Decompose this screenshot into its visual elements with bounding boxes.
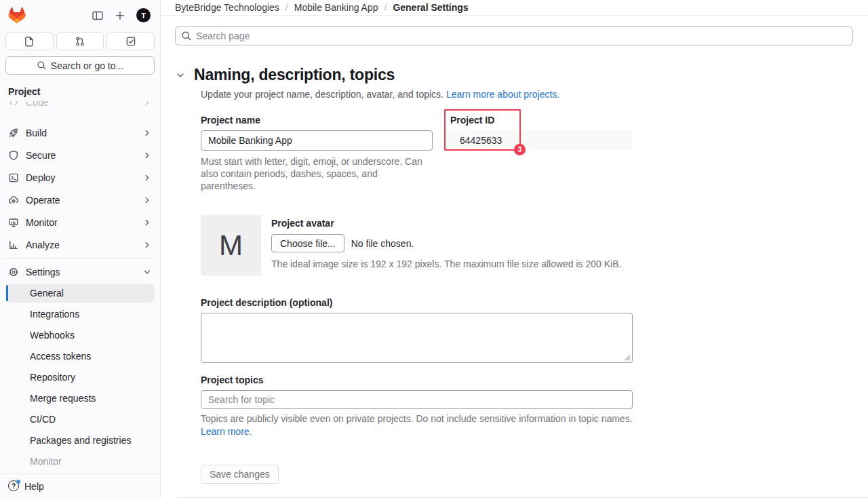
sidebar-header: T (0, 0, 160, 31)
sidebar-item-build[interactable]: Build (3, 122, 157, 143)
breadcrumb-group[interactable]: ByteBridge Technologies (175, 2, 279, 13)
sidebar-item-general[interactable]: General (5, 284, 155, 303)
search-or-go-to-label: Search or go to... (51, 60, 123, 71)
sidebar-item-webhooks[interactable]: Webhooks (5, 326, 155, 345)
help-button[interactable]: Help (0, 474, 160, 498)
sidebar-item-deploy[interactable]: Deploy (3, 167, 157, 188)
sidebar: T Search or go to... Project Code Build (0, 0, 161, 498)
project-id-group: Project ID 64425633 3 (444, 114, 633, 192)
project-topics-group: Project topics Topics are publicly visib… (201, 374, 633, 438)
todo-check-icon (125, 36, 136, 47)
issues-shortcut-button[interactable] (5, 32, 54, 50)
section-header: Naming, description, topics (175, 66, 853, 84)
sidebar-item-code-clipped[interactable]: Code (3, 101, 157, 111)
sidebar-item-packages-registries[interactable]: Packages and registries (5, 431, 155, 450)
cloud-gear-icon (8, 195, 19, 206)
topics-learn-more-link[interactable]: Learn more. (201, 426, 252, 437)
sidebar-nav: Code Build Secure Deploy Operate Monitor (0, 101, 160, 474)
sidebar-item-operate[interactable]: Operate (3, 189, 157, 210)
help-label: Help (24, 481, 44, 492)
sidebar-item-analyze[interactable]: Analyze (3, 234, 157, 255)
breadcrumb-project[interactable]: Mobile Banking App (294, 2, 378, 13)
create-new-icon[interactable] (114, 9, 126, 22)
project-name-label: Project name (201, 114, 433, 127)
breadcrumb: ByteBridge Technologies / Mobile Banking… (161, 0, 868, 16)
settings-group: Settings General Integrations Webhooks A… (3, 258, 157, 471)
topics-help-text: Topics are publicly visible even on priv… (201, 413, 633, 438)
section-collapse-chevron-icon[interactable] (175, 70, 186, 81)
chevron-right-icon (142, 218, 152, 227)
sidebar-item-settings[interactable]: Settings (3, 261, 157, 282)
code-icon (8, 101, 19, 108)
topics-search-input[interactable] (201, 390, 633, 409)
chart-icon (8, 240, 19, 250)
chevron-right-icon (142, 128, 152, 138)
project-description-label: Project description (optional) (201, 296, 633, 309)
chevron-right-icon (142, 240, 152, 250)
main-area: ByteBridge Technologies / Mobile Banking… (161, 0, 868, 498)
choose-file-button[interactable]: Choose file... (271, 234, 344, 252)
settings-content: Naming, description, topics Update your … (161, 16, 868, 498)
page-search-input[interactable] (175, 26, 853, 45)
learn-more-projects-link[interactable]: Learn more about projects. (446, 89, 559, 100)
project-avatar-preview: M (201, 215, 261, 275)
project-name-input[interactable] (201, 130, 433, 151)
project-id-value: 64425633 (444, 130, 633, 151)
issues-icon (24, 36, 35, 47)
chevron-down-icon (142, 267, 152, 277)
gear-icon (8, 267, 19, 277)
shield-icon (8, 150, 19, 161)
user-avatar[interactable]: T (136, 8, 151, 22)
sidebar-item-secure[interactable]: Secure (3, 145, 157, 166)
sidebar-toggle-icon[interactable] (92, 9, 104, 22)
sidebar-item-access-tokens[interactable]: Access tokens (5, 347, 155, 366)
project-id-label: Project ID (444, 114, 633, 127)
project-name-group: Project name Must start with letter, dig… (201, 114, 433, 192)
project-avatar-group: M Project avatar Choose file... No file … (201, 215, 633, 275)
sidebar-item-merge-requests[interactable]: Merge requests (5, 389, 155, 408)
page-title: Naming, description, topics (194, 66, 395, 84)
project-name-help: Must start with letter, digit, emoji, or… (201, 155, 433, 192)
save-changes-button[interactable]: Save changes (201, 465, 279, 484)
help-icon (8, 480, 20, 492)
sidebar-item-cicd[interactable]: CI/CD (5, 410, 155, 429)
page-search (175, 26, 853, 45)
breadcrumb-current-page: General Settings (393, 2, 468, 13)
resize-grip-icon[interactable] (625, 355, 631, 361)
sidebar-section-title: Project (0, 75, 160, 101)
search-or-go-to[interactable]: Search or go to... (5, 56, 155, 75)
naming-form: Project name Must start with letter, dig… (201, 114, 633, 484)
chevron-right-icon (142, 173, 152, 183)
chevron-right-icon (142, 195, 152, 205)
merge-requests-shortcut-button[interactable] (56, 32, 104, 50)
project-description-group: Project description (optional) (201, 296, 633, 363)
rocket-icon (8, 128, 19, 138)
sidebar-item-monitor-settings[interactable]: Monitor (5, 452, 155, 471)
file-chosen-status: No file chosen. (351, 238, 414, 249)
gitlab-logo-icon[interactable] (8, 7, 26, 24)
chevron-right-icon (142, 101, 152, 107)
merge-request-icon (75, 36, 85, 47)
search-icon (37, 60, 47, 71)
todo-list-shortcut-button[interactable] (106, 32, 155, 50)
sidebar-shortcuts (0, 31, 160, 50)
section-subtitle: Update your project name, description, a… (201, 89, 853, 100)
chevron-right-icon (142, 151, 152, 160)
sidebar-item-integrations[interactable]: Integrations (5, 305, 155, 324)
avatar-help-text: The ideal image size is 192 x 192 pixels… (271, 258, 621, 269)
search-icon (181, 31, 192, 41)
project-avatar-label: Project avatar (271, 217, 621, 230)
deploy-icon (8, 172, 19, 183)
project-topics-label: Project topics (201, 374, 633, 387)
project-description-textarea[interactable] (201, 313, 633, 363)
sidebar-item-repository[interactable]: Repository (5, 368, 155, 387)
notification-dot (16, 480, 20, 484)
sidebar-item-monitor[interactable]: Monitor (3, 212, 157, 233)
monitor-icon (8, 217, 19, 228)
